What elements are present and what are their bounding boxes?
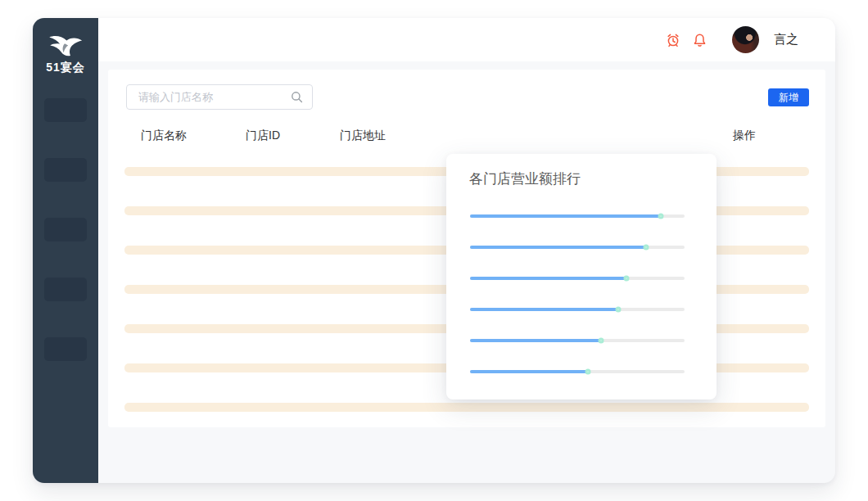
column-header: 门店ID	[246, 129, 280, 143]
slider-track	[470, 370, 685, 373]
column-header: 门店名称	[141, 129, 187, 143]
ranking-sliders	[470, 201, 685, 387]
bell-icon[interactable]	[693, 33, 707, 47]
slider-handle[interactable]	[658, 214, 664, 219]
brand: 51宴会	[33, 33, 98, 75]
alarm-clock-icon[interactable]	[666, 33, 680, 47]
sidebar: 51宴会	[33, 18, 98, 483]
slider-track	[470, 214, 685, 218]
sidebar-item-placeholder[interactable]	[44, 98, 87, 122]
revenue-ranking-popover: 各门店营业额排行	[446, 154, 717, 399]
table-header-row: 门店名称门店ID门店地址操作	[108, 129, 825, 147]
popover-title: 各门店营业额排行	[469, 169, 581, 188]
slider-fill	[470, 308, 618, 311]
ranking-slider[interactable]	[470, 356, 685, 387]
column-header: 操作	[733, 129, 756, 143]
slider-track	[470, 246, 685, 249]
slider-fill	[470, 339, 601, 342]
header-actions: 言之	[666, 18, 798, 61]
slider-handle[interactable]	[615, 307, 621, 313]
slider-handle[interactable]	[643, 245, 649, 250]
sidebar-menu	[33, 98, 98, 397]
skeleton-row	[124, 403, 809, 412]
slider-handle[interactable]	[624, 276, 630, 282]
search-input[interactable]	[126, 84, 313, 110]
add-button[interactable]: 新增	[768, 88, 809, 106]
slider-track	[470, 339, 685, 342]
sidebar-item-placeholder[interactable]	[44, 278, 87, 301]
sidebar-item-placeholder[interactable]	[44, 337, 87, 361]
slider-fill	[470, 246, 646, 249]
slider-handle[interactable]	[598, 338, 604, 344]
ranking-slider[interactable]	[470, 201, 685, 232]
ranking-slider[interactable]	[470, 263, 685, 294]
sidebar-item-placeholder[interactable]	[44, 218, 87, 241]
ranking-slider[interactable]	[470, 294, 685, 325]
search-box	[126, 84, 313, 110]
column-header: 门店地址	[340, 129, 386, 143]
slider-track	[470, 308, 685, 311]
app-window: 51宴会	[33, 18, 835, 483]
avatar[interactable]	[732, 26, 759, 53]
slider-fill	[470, 214, 661, 218]
slider-fill	[470, 370, 588, 373]
brand-name: 51宴会	[33, 61, 98, 75]
swallow-logo-icon	[47, 33, 84, 59]
slider-handle[interactable]	[585, 369, 591, 375]
ranking-slider[interactable]	[470, 232, 685, 263]
user-name: 言之	[774, 32, 798, 47]
top-header: 言之	[98, 18, 835, 61]
ranking-slider[interactable]	[470, 325, 685, 356]
slider-fill	[470, 277, 626, 280]
slider-track	[470, 277, 685, 280]
search-icon	[291, 91, 303, 103]
sidebar-item-placeholder[interactable]	[44, 158, 87, 182]
